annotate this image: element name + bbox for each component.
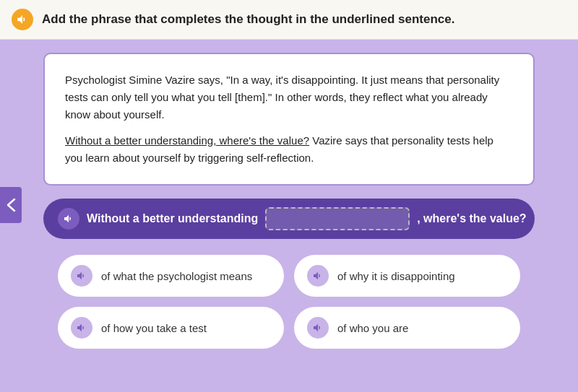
option-1-label: of what the psychologist means [101,270,252,282]
instruction-text: Add the phrase that completes the though… [42,12,454,27]
underlined-sentence: Without a better understanding, where's … [65,134,309,147]
reading-card: Psychologist Simine Vazire says, "In a w… [43,53,535,186]
fill-bar-before-text: Without a better understanding [87,212,258,225]
option-1-button[interactable]: of what the psychologist means [58,255,284,297]
option-2-audio-icon[interactable] [307,265,329,287]
option-1-audio-icon[interactable] [71,265,92,287]
option-3-button[interactable]: of how you take a test [58,307,284,349]
option-4-button[interactable]: of who you are [294,307,520,349]
fill-sentence-bar: Without a better understanding , where's… [43,199,535,239]
fill-bar-after-text: , where's the value? [417,212,526,225]
option-3-audio-icon[interactable] [71,317,92,339]
option-2-label: of why it is disappointing [337,270,455,282]
option-2-button[interactable]: of why it is disappointing [294,255,520,297]
main-content: Psychologist Simine Vazire says, "In a w… [0,40,578,392]
left-arrow-button[interactable] [0,187,22,223]
paragraph-2: Without a better understanding, where's … [65,132,513,167]
paragraph-1: Psychologist Simine Vazire says, "In a w… [65,71,513,123]
fill-blank-box[interactable] [265,207,410,230]
option-4-label: of who you are [337,322,408,334]
header: Add the phrase that completes the though… [0,0,578,40]
fill-bar-audio-button[interactable] [58,208,79,230]
audio-icon[interactable] [12,9,33,30]
option-4-audio-icon[interactable] [307,317,329,339]
option-3-label: of how you take a test [101,322,207,334]
options-area: of what the psychologist means of why it… [43,255,535,349]
